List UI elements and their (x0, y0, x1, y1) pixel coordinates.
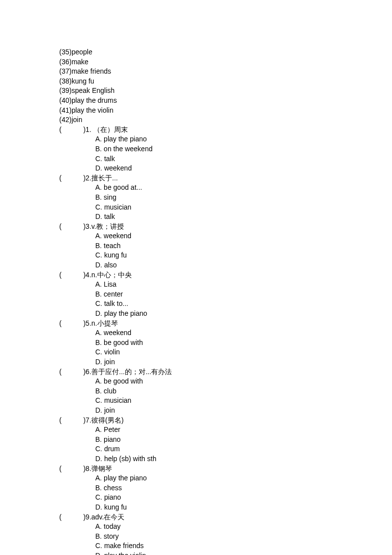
question-number: 3. (85, 222, 91, 230)
option: A. be good with (59, 377, 392, 386)
top-item: (36)make (59, 57, 392, 67)
question-line: ()4.n.中心；中央 (59, 270, 392, 280)
option: D. weekend (59, 164, 392, 173)
top-item: (42)join (59, 115, 392, 125)
option: D. talk (59, 212, 392, 222)
document-content: (35)people(36)make(37)make friends(38)ku… (59, 47, 392, 555)
option: D. join (59, 357, 392, 367)
option: A. Peter (59, 425, 392, 435)
question-line: ()9.adv.在今天 (59, 512, 392, 522)
question-text: n.中心；中央 (91, 271, 132, 279)
top-item: (38)kung fu (59, 77, 392, 86)
question-number: 5. (85, 319, 91, 327)
answer-blank[interactable] (62, 222, 83, 232)
question-prompt: )6.善于应付...的；对...有办法 (83, 367, 172, 377)
question-text: 擅长于... (91, 174, 118, 182)
option: D. kung fu (59, 503, 392, 512)
question-prompt: )7.彼得(男名) (83, 416, 124, 426)
question-prompt: )9.adv.在今天 (83, 512, 125, 522)
answer-blank[interactable] (62, 464, 83, 474)
question-prompt: )1. （在）周末 (83, 125, 128, 135)
question-block: ()6.善于应付...的；对...有办法A. be good withB. cl… (59, 367, 392, 416)
top-item: (39)speak English (59, 86, 392, 96)
option: B. club (59, 386, 392, 396)
top-item: (37)make friends (59, 67, 392, 77)
option: D. also (59, 260, 392, 270)
top-item: (40)play the drums (59, 96, 392, 106)
top-item: (41)play the violin (59, 106, 392, 116)
option: A. play the piano (59, 473, 392, 483)
answer-blank[interactable] (62, 270, 83, 280)
option: D. help (sb) with sth (59, 454, 392, 464)
question-line: ()5.n.小提琴 (59, 319, 392, 329)
option: C. violin (59, 347, 392, 357)
option: B. chess (59, 483, 392, 493)
answer-blank[interactable] (62, 125, 83, 135)
option: C. musician (59, 203, 392, 213)
question-number: 2. (85, 174, 91, 182)
question-number: 8. (85, 465, 91, 472)
question-block: ()7.彼得(男名)A. PeterB. pianoC. drumD. help… (59, 416, 392, 464)
option: A. be good at... (59, 183, 392, 193)
option: D. join (59, 406, 392, 416)
question-block: ()1. （在）周末A. play the pianoB. on the wee… (59, 125, 392, 173)
option: B. on the weekend (59, 144, 392, 154)
question-block: ()3.v.教；讲授A. weekendB. teachC. kung fuD.… (59, 222, 392, 270)
option: A. play the piano (59, 134, 392, 144)
question-prompt: )5.n.小提琴 (83, 319, 118, 329)
option: A. Lisa (59, 280, 392, 290)
option: C. talk (59, 154, 392, 164)
question-text: 弹钢琴 (91, 465, 112, 472)
question-number: 6. (85, 368, 91, 376)
question-text: adv.在今天 (91, 513, 124, 521)
option: B. be good with (59, 338, 392, 348)
question-line: ()8.弹钢琴 (59, 464, 392, 474)
option: B. sing (59, 193, 392, 203)
question-block: ()4.n.中心；中央A. LisaB. centerC. talk to...… (59, 270, 392, 319)
question-prompt: )3.v.教；讲授 (83, 222, 124, 232)
question-number: 9. (85, 513, 91, 521)
question-prompt: )2.擅长于... (83, 173, 118, 183)
option: C. musician (59, 396, 392, 406)
answer-blank[interactable] (62, 319, 83, 329)
option: D. play the piano (59, 309, 392, 319)
question-block: ()8.弹钢琴A. play the pianoB. chessC. piano… (59, 464, 392, 512)
option: B. teach (59, 241, 392, 251)
option: B. piano (59, 435, 392, 445)
question-text: 彼得(男名) (91, 416, 123, 424)
question-block: ()5.n.小提琴A. weekendB. be good withC. vio… (59, 319, 392, 367)
answer-blank[interactable] (62, 367, 83, 377)
question-line: ()2.擅长于... (59, 173, 392, 183)
option: C. talk to... (59, 299, 392, 309)
answer-blank[interactable] (62, 512, 83, 522)
question-number: 4. (85, 271, 91, 279)
option: C. drum (59, 444, 392, 454)
question-text: v.教；讲授 (91, 222, 124, 230)
question-block: ()2.擅长于...A. be good at...B. singC. musi… (59, 173, 392, 222)
question-line: ()3.v.教；讲授 (59, 222, 392, 232)
question-line: ()1. （在）周末 (59, 125, 392, 135)
question-text: n.小提琴 (91, 319, 118, 327)
option: B. center (59, 290, 392, 299)
question-number: 7. (85, 416, 91, 424)
question-text: （在）周末 (93, 126, 128, 133)
option: C. make friends (59, 541, 392, 551)
option: D. play the violin (59, 551, 392, 555)
option: A. weekend (59, 231, 392, 241)
option: A. weekend (59, 328, 392, 338)
question-line: ()6.善于应付...的；对...有办法 (59, 367, 392, 377)
option: C. kung fu (59, 251, 392, 260)
option: A. today (59, 522, 392, 532)
answer-blank[interactable] (62, 416, 83, 426)
question-text: 善于应付...的；对...有办法 (91, 368, 172, 376)
question-prompt: )4.n.中心；中央 (83, 270, 132, 280)
question-block: ()9.adv.在今天A. todayB. storyC. make frien… (59, 512, 392, 555)
option: C. piano (59, 493, 392, 503)
question-number: 1. (85, 126, 91, 133)
question-line: ()7.彼得(男名) (59, 416, 392, 426)
top-item: (35)people (59, 47, 392, 57)
question-prompt: )8.弹钢琴 (83, 464, 112, 474)
answer-blank[interactable] (62, 173, 83, 183)
option: B. story (59, 532, 392, 542)
